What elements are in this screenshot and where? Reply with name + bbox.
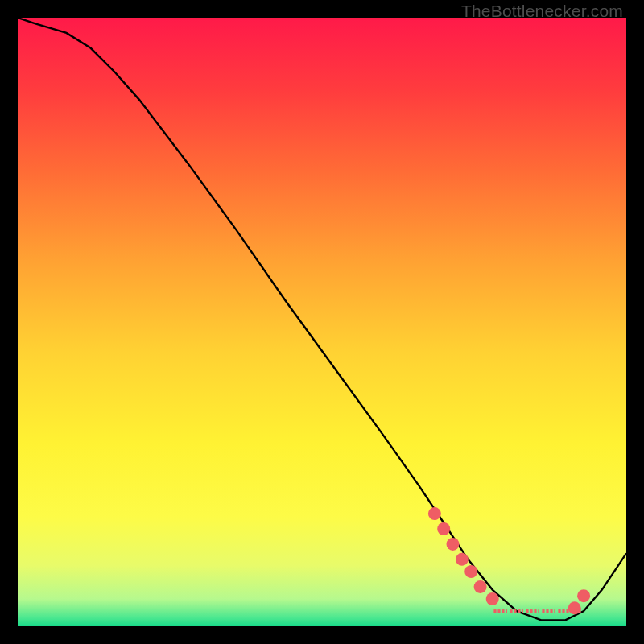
svg-rect-19 <box>570 609 572 613</box>
svg-rect-21 <box>578 609 580 613</box>
marker-dot <box>456 553 469 566</box>
marker-dot <box>464 565 477 578</box>
svg-rect-17 <box>562 609 564 613</box>
marker-dot <box>428 507 441 520</box>
marker-dot <box>447 538 460 551</box>
svg-rect-6 <box>518 609 520 613</box>
svg-rect-16 <box>558 609 560 613</box>
svg-rect-18 <box>566 609 568 613</box>
chart-svg <box>18 18 626 626</box>
chart-frame <box>18 18 626 626</box>
svg-rect-5 <box>514 609 516 613</box>
svg-rect-4 <box>510 609 512 613</box>
svg-rect-7 <box>522 609 523 613</box>
svg-rect-13 <box>546 609 548 613</box>
svg-rect-10 <box>534 609 536 613</box>
svg-rect-9 <box>530 609 532 613</box>
svg-rect-8 <box>526 609 528 613</box>
marker-dot <box>437 522 450 535</box>
svg-rect-3 <box>506 609 507 613</box>
marker-dot <box>474 580 487 593</box>
chart-background <box>18 18 626 626</box>
svg-rect-0 <box>493 609 496 613</box>
marker-dot <box>577 589 590 602</box>
svg-rect-2 <box>502 609 504 613</box>
svg-rect-20 <box>574 609 576 613</box>
svg-rect-12 <box>542 609 544 613</box>
svg-rect-11 <box>538 609 539 613</box>
marker-dot <box>486 592 499 605</box>
watermark-text: TheBottlenecker.com <box>461 2 623 21</box>
svg-rect-14 <box>550 609 552 613</box>
svg-rect-15 <box>554 609 555 613</box>
svg-rect-1 <box>497 609 500 613</box>
